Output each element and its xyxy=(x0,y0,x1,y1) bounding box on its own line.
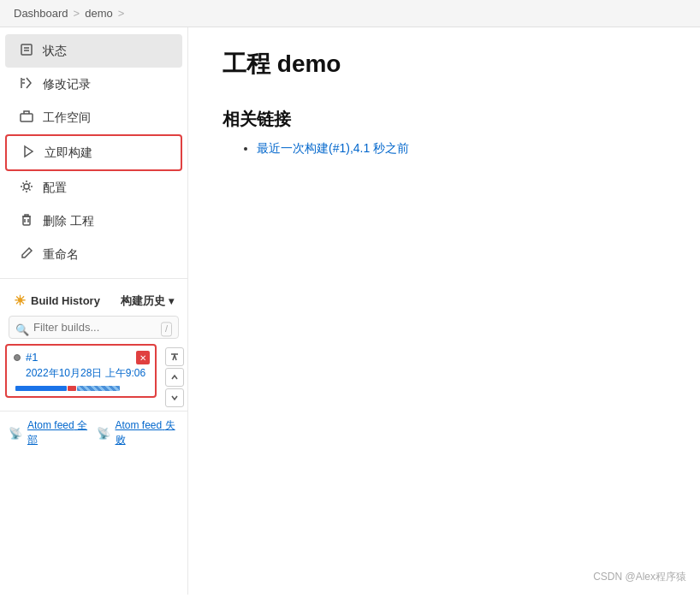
build-progress-bar xyxy=(15,386,148,391)
breadcrumb: Dashboard > demo > xyxy=(0,0,700,27)
rss-icon-2: 📡 xyxy=(97,427,110,440)
build-history-title-cn[interactable]: 构建历史 xyxy=(121,293,174,309)
sidebar: 状态 修改记录 工作空间 xyxy=(0,27,188,595)
slash-shortcut: / xyxy=(161,322,172,336)
breadcrumb-sep1: > xyxy=(74,7,80,20)
sidebar-item-status-label: 状态 xyxy=(43,44,67,59)
sidebar-item-build[interactable]: 立即构建 xyxy=(5,134,182,171)
scroll-buttons xyxy=(162,344,187,411)
scroll-up-button[interactable] xyxy=(165,368,184,387)
svg-rect-0 xyxy=(21,44,32,55)
sidebar-item-rename-label: 重命名 xyxy=(43,247,79,263)
atom-feed-failed-link[interactable]: Atom feed 失败 xyxy=(116,418,180,447)
build-date[interactable]: 2022年10月28日 上午9:06 xyxy=(26,366,148,381)
progress-stripe xyxy=(77,386,120,391)
progress-blue xyxy=(15,386,67,391)
build-history-title: Build History xyxy=(31,294,100,307)
build-delete-button[interactable]: ✕ xyxy=(136,351,150,364)
breadcrumb-sep2: > xyxy=(118,7,125,20)
feed-links: 📡 Atom feed 全部 📡 Atom feed 失败 xyxy=(0,411,187,454)
scroll-down-button[interactable] xyxy=(165,388,184,407)
build-list: #1 ✕ 2022年10月28日 上午9:06 xyxy=(0,344,162,411)
build-icon xyxy=(21,145,36,161)
sidebar-item-workspace[interactable]: 工作空间 xyxy=(5,101,182,134)
svg-point-6 xyxy=(24,184,29,189)
sidebar-item-status[interactable]: 状态 xyxy=(5,34,182,68)
related-links-section: 相关链接 最近一次构建(#1),4.1 秒之前 xyxy=(222,108,666,157)
sidebar-item-history-label: 修改记录 xyxy=(43,77,91,92)
sidebar-item-config-label: 配置 xyxy=(43,181,67,196)
rename-icon xyxy=(19,246,34,263)
svg-rect-4 xyxy=(21,114,33,121)
sun-icon: ☀ xyxy=(14,293,26,309)
sidebar-item-delete[interactable]: 删除 工程 xyxy=(5,204,182,238)
build-history-section: ☀ Build History 构建历史 🔍 / xyxy=(0,278,187,454)
sidebar-item-delete-label: 删除 工程 xyxy=(43,214,94,229)
build-history-header: ☀ Build History 构建历史 xyxy=(0,286,187,316)
svg-rect-7 xyxy=(23,216,30,225)
sidebar-item-build-label: 立即构建 xyxy=(44,145,92,161)
filter-input-wrapper: 🔍 / xyxy=(0,316,187,344)
scroll-top-button[interactable] xyxy=(165,347,184,366)
related-links-title: 相关链接 xyxy=(222,108,666,131)
chevron-down-icon xyxy=(169,294,174,307)
build-item[interactable]: #1 ✕ 2022年10月28日 上午9:06 xyxy=(5,344,157,398)
watermark: CSDN @Alex程序猿 xyxy=(593,570,686,584)
breadcrumb-demo[interactable]: demo xyxy=(85,7,113,20)
list-item: 最近一次构建(#1),4.1 秒之前 xyxy=(257,141,666,157)
history-icon xyxy=(19,76,34,92)
page-title: 工程 demo xyxy=(222,48,666,80)
sidebar-item-workspace-label: 工作空间 xyxy=(43,110,91,126)
filter-builds-input[interactable] xyxy=(9,316,179,339)
build-item-header: #1 ✕ xyxy=(14,351,148,364)
rss-icon-1: 📡 xyxy=(9,427,22,440)
delete-icon xyxy=(19,213,34,229)
build-number[interactable]: #1 xyxy=(26,351,38,364)
build-status-dot xyxy=(14,354,21,361)
config-icon xyxy=(19,180,34,196)
status-icon xyxy=(19,43,34,59)
sidebar-item-rename[interactable]: 重命名 xyxy=(5,238,182,271)
recent-build-link[interactable]: 最近一次构建(#1),4.1 秒之前 xyxy=(257,141,409,155)
workspace-icon xyxy=(19,110,34,126)
sidebar-item-history[interactable]: 修改记录 xyxy=(5,68,182,101)
search-icon: 🔍 xyxy=(15,323,29,335)
progress-red xyxy=(68,386,76,391)
svg-marker-5 xyxy=(25,146,33,157)
sidebar-item-config[interactable]: 配置 xyxy=(5,171,182,204)
content-area: 工程 demo 相关链接 最近一次构建(#1),4.1 秒之前 xyxy=(188,27,700,595)
atom-feed-all-link[interactable]: Atom feed 全部 xyxy=(27,418,92,447)
build-list-area: #1 ✕ 2022年10月28日 上午9:06 xyxy=(0,344,187,411)
breadcrumb-dashboard[interactable]: Dashboard xyxy=(14,7,68,20)
